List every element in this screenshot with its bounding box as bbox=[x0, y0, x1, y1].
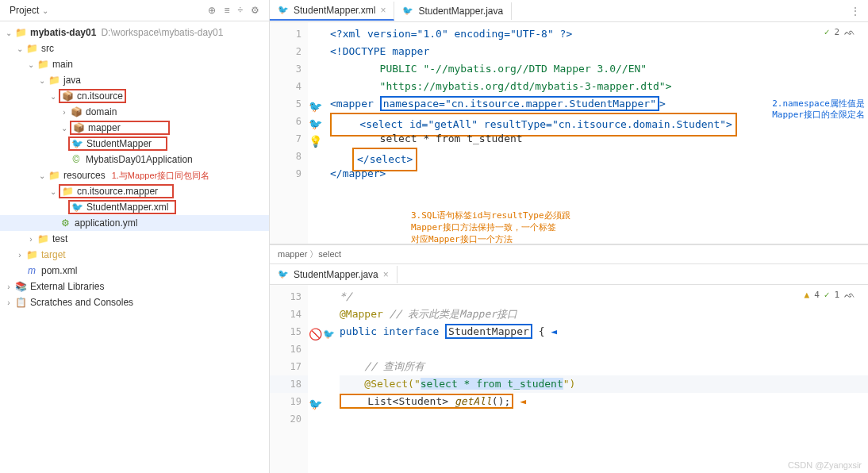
tree-main[interactable]: ⌄📁main bbox=[0, 56, 269, 72]
line-gutter: 1 2 3 4 5🐦 6🐦 7💡 8 9 bbox=[270, 22, 308, 244]
tree-domain[interactable]: ›📦domain bbox=[0, 104, 269, 120]
breadcrumb[interactable]: mapper 〉select bbox=[270, 244, 868, 264]
second-tabs: 🐦 StudentMapper.java × bbox=[270, 264, 868, 285]
tree-cnitsource[interactable]: ⌄📦cn.itsource bbox=[0, 88, 269, 104]
collapse-icon[interactable]: ÷ bbox=[237, 5, 243, 16]
code-status[interactable]: ✓2 ᨒ bbox=[824, 27, 855, 37]
tab-java[interactable]: 🐦 StudentMapper.java bbox=[394, 2, 512, 20]
chevron-down-icon: ⌄ bbox=[3, 29, 14, 37]
annotation-2: 2.namespace属性值是Mapper接口的全限定名 bbox=[772, 98, 865, 121]
tree-root[interactable]: ⌄ 📁 mybatis-day01 D:\workspace\mybatis-d… bbox=[0, 25, 269, 40]
more-icon[interactable]: ⋮ bbox=[843, 6, 868, 17]
watermark: CSDN @Zyangxsir bbox=[788, 460, 862, 470]
editor-area: 🐦 StudentMapper.xml × 🐦 StudentMapper.ja… bbox=[270, 0, 868, 473]
tree-mapper[interactable]: ⌄📦mapper bbox=[0, 120, 269, 136]
bird-icon: 🐦 bbox=[278, 269, 289, 279]
java-editor[interactable]: ▲4 ✓1 ᨒ */ @Mapper // 表示此类是Mapper接口 publ… bbox=[308, 285, 868, 473]
tree-src[interactable]: ⌄📁src bbox=[0, 40, 269, 56]
bird-icon: 🐦 bbox=[278, 5, 289, 15]
tree-pom[interactable]: mpom.xml bbox=[0, 263, 269, 279]
expand-icon[interactable]: ≡ bbox=[224, 5, 229, 16]
project-sidebar: Project ⌄ ⊕ ≡ ÷ ⚙ ⌄ 📁 mybatis-day01 D:\w… bbox=[0, 0, 270, 473]
line-gutter-2: 13 14 15🚫🐦 16 17 18 19🐦 20 bbox=[270, 285, 308, 473]
folder-icon: 📁 bbox=[14, 27, 27, 38]
tree-java[interactable]: ⌄📁java bbox=[0, 72, 269, 88]
code-status-2[interactable]: ▲4 ✓1 ᨒ bbox=[805, 290, 856, 300]
tree-app[interactable]: ©MybatisDay01Application bbox=[0, 152, 269, 167]
tree-scratches[interactable]: ›📋Scratches and Consoles bbox=[0, 294, 269, 310]
tree-studentmapperxml[interactable]: 🐦StudentMapper.xml bbox=[0, 199, 269, 215]
tab-xml[interactable]: 🐦 StudentMapper.xml × bbox=[270, 2, 394, 21]
tree-studentmapper[interactable]: 🐦StudentMapper bbox=[0, 136, 269, 152]
project-tree: ⌄ 📁 mybatis-day01 D:\workspace\mybatis-d… bbox=[0, 21, 269, 473]
close-icon[interactable]: × bbox=[380, 5, 386, 16]
project-title[interactable]: Project ⌄ bbox=[10, 5, 48, 16]
chevron-down-icon: ⌄ bbox=[42, 6, 48, 15]
target-icon[interactable]: ⊕ bbox=[208, 5, 216, 16]
tree-appyml[interactable]: ⚙application.yml bbox=[0, 215, 269, 231]
gear-icon[interactable]: ⚙ bbox=[251, 5, 259, 16]
sidebar-header: Project ⌄ ⊕ ≡ ÷ ⚙ bbox=[0, 0, 269, 21]
tab-java-2[interactable]: 🐦 StudentMapper.java × bbox=[270, 266, 398, 283]
editor-tabs: 🐦 StudentMapper.xml × 🐦 StudentMapper.ja… bbox=[270, 0, 868, 22]
tree-target[interactable]: ›📁target bbox=[0, 247, 269, 263]
close-icon[interactable]: × bbox=[383, 269, 389, 280]
xml-editor[interactable]: ✓2 ᨒ <?xml version="1.0" encoding="UTF-8… bbox=[308, 22, 868, 244]
bird-icon: 🐦 bbox=[402, 6, 413, 16]
tree-resources[interactable]: ⌄📁resources 1.与Mapper接口同包同名 bbox=[0, 167, 269, 183]
annotation-1: 1.与Mapper接口同包同名 bbox=[112, 170, 209, 182]
tree-mapperpkg[interactable]: ⌄📁cn.itsource.mapper bbox=[0, 183, 269, 199]
tree-extlib[interactable]: ›📚External Libraries bbox=[0, 279, 269, 294]
annotation-3: 3.SQL语句标签id与resultType必须跟 Mapper接口方法保持一致… bbox=[411, 210, 570, 245]
tree-test[interactable]: ›📁test bbox=[0, 231, 269, 247]
